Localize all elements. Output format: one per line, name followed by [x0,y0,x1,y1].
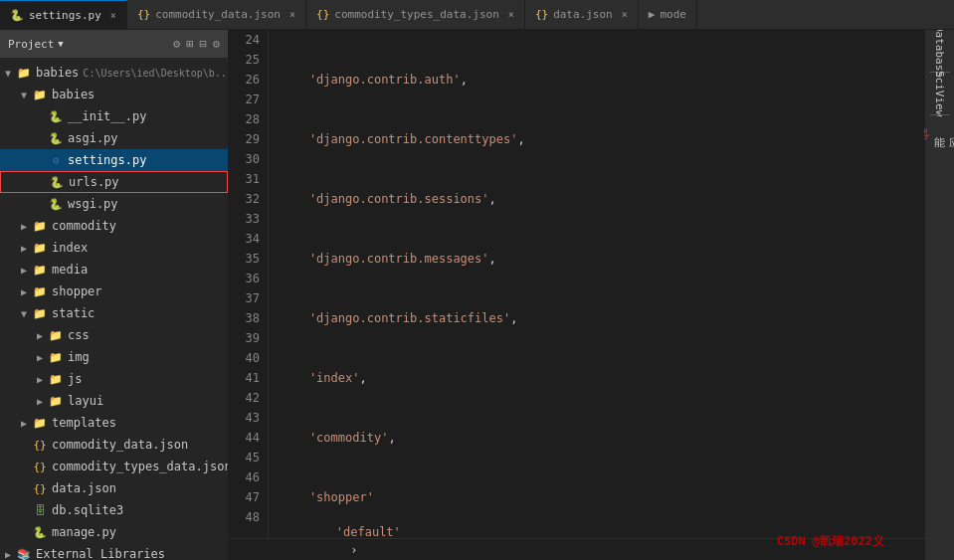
tab-close-commodity-data[interactable]: × [289,9,295,20]
sidebar-item-label: layui [68,394,103,408]
code-line-27: 'django.contrib.messages', [281,249,912,269]
sidebar-item-init[interactable]: 🐍 __init__.py [0,105,228,127]
tab-close-data-json[interactable]: × [622,9,628,20]
expand-icon[interactable]: ⊞ [186,37,193,51]
sidebar-item-commodity-data-json[interactable]: {} commodity_data.json [0,434,228,456]
arrow-icon: ▶ [16,286,32,297]
arrow-icon: ▼ [16,308,32,319]
sidebar-item-index[interactable]: ▶ 📁 index [0,237,228,259]
collapse-icon[interactable]: ⊟ [200,37,207,51]
tab-data-json[interactable]: {} data.json × [525,0,639,30]
sidebar-item-label: static [52,306,95,320]
sidebar-item-label: commodity_types_data.json [52,460,228,473]
path-label: C:\Users\ied\Desktop\b... [83,68,228,79]
sidebar-item-label: shopper [52,284,102,298]
sidebar-item-img[interactable]: ▶ 📁 img [0,346,228,368]
tab-label: commodity_data.json [155,8,281,21]
sidebar-item-label: templates [52,416,116,430]
database-icon[interactable]: Database [927,38,953,64]
snippet-arrow: › [336,543,372,557]
sidebar-item-label: urls.py [69,175,119,189]
tab-commodity-types-data[interactable]: {} commodity_types_data.json × [306,0,525,30]
code-content[interactable]: 'django.contrib.auth', 'django.contrib.c… [269,30,924,538]
sidebar-item-commodity[interactable]: ▶ 📁 commodity [0,215,228,237]
arrow-icon: ▶ [0,549,16,560]
tab-label: mode [660,8,686,21]
sidebar-item-layui[interactable]: ▶ 📁 layui [0,390,228,412]
sidebar-header: Project ▼ ⚙ ⊞ ⊟ ⚙ [0,30,228,58]
sidebar-item-label: wsgi.py [68,197,118,211]
code-line-30: 'commodity', [281,428,912,448]
tab-json-icon3: {} [535,8,548,21]
sidebar-item-label: db.sqlite3 [52,503,123,517]
code-line-29: 'index', [281,368,912,388]
sidebar-item-commodity-types-json[interactable]: {} commodity_types_data.json [0,456,228,477]
code-line-24: 'django.contrib.auth', [281,70,912,90]
sidebar-item-label: asgi.py [68,131,118,145]
py-icon: 🐍 [48,196,64,212]
settings-icon[interactable]: ⚙ [173,37,180,51]
tab-settings-py[interactable]: 🐍 settings.py × [0,0,127,30]
sidebar-item-ext-libraries[interactable]: ▶ 📚 External Libraries [0,543,228,560]
sidebar-item-babies-root[interactable]: ▼ 📁 babies C:\Users\ied\Desktop\b... [0,62,228,84]
folder-icon: 📁 [48,393,64,409]
tab-commodity-data[interactable]: {} commodity_data.json × [127,0,306,30]
arrow-icon: ▶ [32,374,48,385]
sidebar-item-media[interactable]: ▶ 📁 media [0,259,228,280]
tab-close-commodity-types[interactable]: × [508,9,514,20]
arrow-icon: ▶ [32,330,48,341]
sidebar-item-urls[interactable]: 🐍 urls.py [0,171,228,193]
folder-icon: 📁 [16,65,32,81]
sidebar-item-wsgi[interactable]: 🐍 wsgi.py [0,193,228,215]
sidebar-item-db-sqlite3[interactable]: 🗄 db.sqlite3 [0,499,228,521]
sidebar-item-js[interactable]: ▶ 📁 js [0,368,228,390]
arrow-icon: ▶ [16,418,32,429]
main-area: Project ▼ ⚙ ⊞ ⊟ ⚙ ▼ 📁 babies C:\Users\ie… [0,30,954,560]
folder-icon: 📁 [32,240,48,256]
sidebar-item-label: External Libraries [36,547,165,560]
folder-icon: 📁 [32,283,48,299]
tab-bar: 🐍 settings.py × {} commodity_data.json ×… [0,0,954,30]
arrow-icon: ▶ [16,243,32,254]
tab-mode[interactable]: ▶ mode [639,0,697,30]
py-icon: 🐍 [48,130,64,146]
code-editor: 2425262728 2930313233 3435363738 3940414… [229,30,924,560]
sciview-icon[interactable]: SciView [927,81,953,106]
sidebar-item-static[interactable]: ▼ 📁 static [0,302,228,324]
sidebar-item-templates[interactable]: ▶ 📁 templates [0,412,228,434]
sidebar-item-settings[interactable]: ⚙ settings.py [0,149,228,171]
folder-icon: 📁 [32,415,48,431]
sidebar-item-shopper[interactable]: ▶ 📁 shopper [0,280,228,302]
sidebar-header-left: Project ▼ [8,38,64,51]
sidebar-tree: ▼ 📁 babies C:\Users\ied\Desktop\b... ▼ 📁… [0,58,228,560]
sidebar-item-data-json[interactable]: {} data.json [0,477,228,499]
file-explorer: Project ▼ ⚙ ⊞ ⊟ ⚙ ▼ 📁 babies C:\Users\ie… [0,30,229,560]
sidebar-item-label: commodity [52,219,116,233]
folder-icon: 📁 [32,87,48,102]
sidebar-actions: ⚙ ⊞ ⊟ ⚙ [173,37,220,51]
right-panel: Database SciView 应 应 能 ab 名 [924,30,954,560]
sidebar-item-asgi[interactable]: 🐍 asgi.py [0,127,228,149]
right-text-2: 应 [946,127,954,140]
dropdown-arrow-icon: ▼ [58,39,63,49]
sidebar-item-label: js [68,372,82,386]
tab-close-settings[interactable]: × [110,10,116,21]
arrow-icon: ▶ [32,352,48,363]
arrow-icon: ▼ [16,90,32,100]
project-label: Project [8,38,54,51]
sidebar-item-label: css [68,328,90,342]
sidebar-item-label: commodity_data.json [52,438,188,452]
arrow-icon: ▶ [16,265,32,276]
arrow-icon: ▼ [0,68,16,79]
sidebar-item-css[interactable]: ▶ 📁 css [0,324,228,346]
sidebar-item-manage[interactable]: 🐍 manage.py [0,521,228,543]
sidebar-item-label: babies [52,88,95,101]
folder-icon: 📁 [48,349,64,365]
sidebar-item-babies-sub[interactable]: ▼ 📁 babies [0,84,228,105]
json-icon: {} [32,480,48,496]
settings2-icon[interactable]: ⚙ [213,37,220,51]
code-container[interactable]: 2425262728 2930313233 3435363738 3940414… [229,30,924,538]
snippet-default: 'default' [336,525,401,539]
line-numbers: 2425262728 2930313233 3435363738 3940414… [229,30,269,538]
sidebar-item-label: index [52,241,88,255]
